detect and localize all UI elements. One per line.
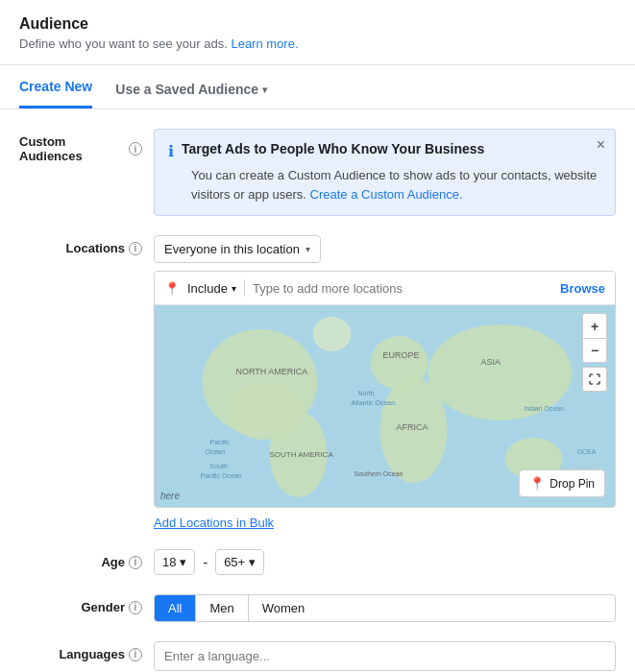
gender-women-button[interactable]: Women [249, 595, 319, 621]
languages-row: Languages i [19, 641, 616, 671]
zoom-in-button[interactable]: + [582, 313, 607, 338]
custom-audiences-content: × ℹ Target Ads to People Who Know Your B… [154, 129, 616, 216]
svg-text:North: North [358, 390, 375, 396]
svg-text:Pacific Ocean: Pacific Ocean [201, 472, 242, 479]
info-circle-icon: ℹ [168, 142, 174, 160]
tab-use-saved[interactable]: Use a Saved Audience ▾ [115, 68, 267, 108]
zoom-out-button[interactable]: − [582, 338, 607, 363]
languages-content [154, 641, 616, 671]
chevron-down-icon: ▾ [180, 555, 186, 569]
location-type-dropdown[interactable]: Everyone in this location ▾ [154, 235, 321, 263]
svg-text:SOUTH AMERICA: SOUTH AMERICA [270, 450, 334, 459]
locations-row: Locations i Everyone in this location ▾ … [19, 235, 616, 530]
gender-button-group: All Men Women [154, 594, 616, 622]
age-label: Age i [19, 549, 154, 569]
svg-text:Pacific: Pacific [210, 439, 231, 445]
add-locations-bulk-link[interactable]: Add Locations in Bulk [154, 516, 274, 530]
gender-content: All Men Women [154, 594, 616, 622]
languages-info-icon[interactable]: i [129, 648, 142, 661]
map-wrapper: 📍 Include ▾ Browse [154, 271, 616, 508]
drop-pin-button[interactable]: 📍 Drop Pin [519, 469, 605, 497]
age-selector: 18 ▾ - 65+ ▾ [154, 549, 616, 575]
page-subtitle: Define who you want to see your ads. Lea… [19, 36, 616, 51]
chevron-down-icon: ▾ [232, 283, 236, 294]
info-box-text: You can create a Custom Audience to show… [191, 166, 601, 204]
age-info-icon[interactable]: i [129, 556, 142, 569]
svg-point-8 [313, 317, 352, 351]
locations-label: Locations i [19, 235, 154, 255]
map-toolbar: 📍 Include ▾ Browse [155, 272, 615, 305]
location-search-input[interactable] [253, 281, 552, 296]
tab-create-new[interactable]: Create New [19, 65, 92, 108]
svg-text:Southern Ocean: Southern Ocean [354, 470, 403, 477]
tabs-container: Create New Use a Saved Audience ▾ [0, 65, 635, 109]
custom-audiences-label: Custom Audiences i [19, 129, 154, 163]
svg-text:South: South [210, 463, 228, 469]
pin-icon: 📍 [529, 476, 545, 491]
gender-all-button[interactable]: All [155, 595, 196, 621]
custom-audiences-row: Custom Audiences i × ℹ Target Ads to Peo… [19, 129, 616, 216]
create-custom-audience-link[interactable]: Create a Custom Audience. [310, 187, 463, 202]
age-row: Age i 18 ▾ - 65+ ▾ [19, 549, 616, 575]
toolbar-divider [244, 279, 245, 297]
gender-info-icon[interactable]: i [129, 601, 142, 614]
form-body: Custom Audiences i × ℹ Target Ads to Peo… [0, 109, 635, 672]
svg-text:Atlantic Ocean: Atlantic Ocean [352, 399, 396, 406]
gender-row: Gender i All Men Women [19, 594, 616, 622]
expand-icon [589, 373, 600, 385]
svg-text:AFRICA: AFRICA [397, 422, 428, 432]
browse-button[interactable]: Browse [560, 281, 605, 296]
svg-text:Indian Ocean: Indian Ocean [525, 405, 565, 412]
custom-audiences-info-box: × ℹ Target Ads to People Who Know Your B… [154, 129, 616, 216]
svg-text:NORTH AMERICA: NORTH AMERICA [236, 367, 308, 376]
age-content: 18 ▾ - 65+ ▾ [154, 549, 616, 575]
chevron-down-icon: ▾ [262, 84, 267, 95]
close-icon[interactable]: × [597, 137, 605, 153]
svg-text:OCEA: OCEA [577, 448, 597, 455]
page-title: Audience [19, 15, 616, 33]
page-container: Audience Define who you want to see your… [0, 0, 635, 672]
include-dropdown[interactable]: Include ▾ [187, 281, 236, 296]
language-input[interactable] [154, 641, 616, 671]
locations-content: Everyone in this location ▾ 📍 Include ▾ [154, 235, 616, 530]
gender-men-button[interactable]: Men [196, 595, 248, 621]
map-controls: + − [582, 313, 607, 392]
svg-text:ASIA: ASIA [481, 357, 501, 367]
here-watermark: here [160, 491, 180, 501]
map-area: NORTH AMERICA SOUTH AMERICA EUROPE ASIA … [155, 305, 615, 507]
custom-audiences-info-icon[interactable]: i [129, 142, 142, 156]
svg-text:Ocean: Ocean [206, 448, 226, 455]
svg-text:EUROPE: EUROPE [383, 350, 420, 360]
location-pin-icon: 📍 [164, 281, 180, 296]
chevron-down-icon: ▾ [249, 555, 256, 569]
age-max-select[interactable]: 65+ ▾ [215, 549, 264, 575]
locations-info-icon[interactable]: i [129, 242, 142, 255]
learn-more-link[interactable]: Learn more. [231, 36, 298, 51]
age-min-select[interactable]: 18 ▾ [154, 549, 195, 575]
chevron-down-icon: ▾ [305, 244, 310, 254]
gender-label: Gender i [19, 594, 154, 614]
expand-map-button[interactable] [582, 367, 607, 392]
languages-label: Languages i [19, 641, 154, 661]
info-box-title: Target Ads to People Who Know Your Busin… [182, 141, 484, 156]
audience-header: Audience Define who you want to see your… [0, 0, 635, 65]
